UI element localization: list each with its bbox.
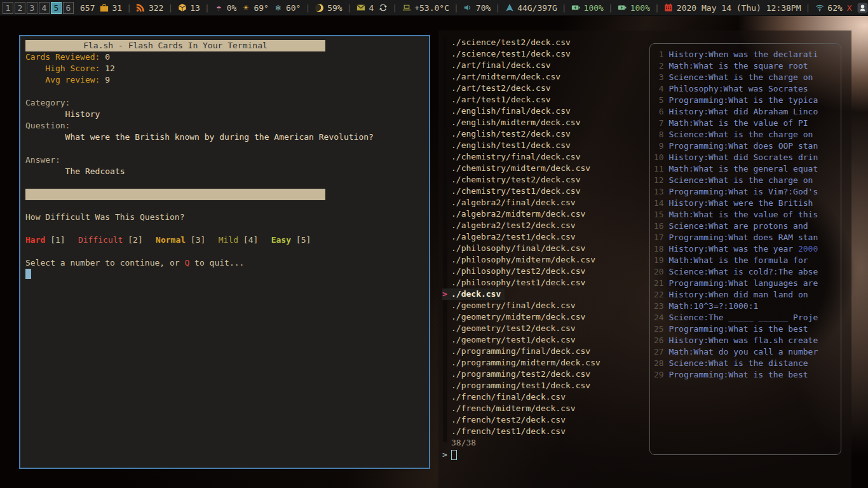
difficulty-option-mild[interactable]: Mild [4] [219, 234, 259, 246]
workspace-button-1[interactable]: 1 [3, 2, 13, 14]
file-row[interactable]: ./algebra2/test2/deck.csv [442, 220, 600, 231]
status-text: 70% [476, 3, 491, 13]
selection-pointer: > [442, 288, 451, 300]
file-row[interactable]: ./geometry/final/deck.csv [442, 300, 600, 311]
file-row[interactable]: ./programming/midterm/deck.csv [442, 357, 600, 369]
preview-line: 6History:What did Abraham Linco [654, 106, 837, 118]
file-row[interactable]: ./philosophy/test2/deck.csv [442, 266, 600, 277]
file-name: ./programming/midterm/deck.csv [451, 357, 600, 369]
file-row[interactable]: ./french/midterm/deck.csv [442, 403, 600, 414]
stat-row: Cards Reviewed:0 [25, 51, 424, 63]
file-row[interactable]: ./art/midterm/deck.csv [442, 71, 600, 83]
flashcard-title: Fla.sh - Flash Cards In Your Terminal [25, 40, 325, 51]
file-name: ./geometry/midterm/deck.csv [451, 311, 585, 323]
status-text: 100% [584, 3, 604, 13]
file-name: ./philosophy/midterm/deck.csv [451, 254, 595, 266]
file-row[interactable]: ./algebra2/test1/deck.csv [442, 231, 600, 243]
preview-line-text: Math:What is the value of PI [668, 118, 808, 129]
snowflake-icon: ❄ [273, 3, 283, 13]
preview-line-text: Science:The _____ ______ Proje [668, 312, 818, 323]
file-row[interactable]: ./chemistry/test1/deck.csv [442, 186, 600, 197]
preview-line: 21Programming:What languages are [654, 278, 837, 289]
file-row[interactable]: ./art/final/deck.csv [442, 60, 600, 71]
preview-line-number: 19 [654, 255, 664, 266]
file-row[interactable]: ./english/final/deck.csv [442, 105, 600, 117]
rss-icon [136, 3, 146, 13]
preview-line-text: Programming:What is the best [668, 323, 808, 335]
question-value: What were the British known by during th… [25, 132, 424, 143]
workspace-button-2[interactable]: 2 [15, 2, 25, 14]
file-row[interactable]: ./chemistry/midterm/deck.csv [442, 163, 600, 174]
status-segment: 44G/397G [505, 3, 557, 13]
file-row[interactable]: ./philosophy/final/deck.csv [442, 243, 600, 254]
stat-row: High Score:12 [25, 63, 424, 74]
file-row[interactable]: ./english/test2/deck.csv [442, 128, 600, 140]
workspace-button-6[interactable]: 6 [63, 2, 74, 14]
difficulty-option-difficult[interactable]: Difficult [2] [78, 234, 143, 246]
workspace-button-5[interactable]: 5 [51, 2, 62, 14]
file-name: ./philosophy/test1/deck.csv [451, 277, 585, 288]
file-name: ./english/test2/deck.csv [451, 128, 571, 140]
preview-line: 19Math:What is the formula for [654, 255, 837, 266]
status-segment: 65731 [80, 3, 122, 13]
file-name: ./chemistry/test1/deck.csv [451, 186, 581, 197]
selection-pointer [442, 346, 451, 357]
file-name: ./chemistry/midterm/deck.csv [451, 163, 590, 174]
file-row[interactable]: ./programming/test1/deck.csv [442, 380, 600, 391]
file-row[interactable]: ./algebra2/final/deck.csv [442, 197, 600, 208]
match-counter: 38/38 [451, 437, 600, 449]
preview-line: 26History:When was fla.sh create [654, 335, 837, 346]
status-items: 65731|322|13|☂0%☀69°❄60°|59%|4|+53.0°C|7… [80, 3, 852, 13]
file-row[interactable]: ./french/test1/deck.csv [442, 426, 600, 437]
preview-line: 29Programming:What is the best [654, 369, 837, 381]
category-label: Category: [25, 97, 424, 109]
difficulty-option-easy[interactable]: Easy [5] [271, 234, 311, 246]
file-row[interactable]: ./philosophy/midterm/deck.csv [442, 254, 600, 266]
file-name: ./geometry/test2/deck.csv [451, 323, 576, 334]
file-row[interactable]: ./art/test2/deck.csv [442, 83, 600, 94]
preview-line-number: 12 [654, 175, 664, 186]
file-row[interactable]: ./programming/final/deck.csv [442, 346, 600, 357]
selection-pointer [442, 186, 451, 197]
selection-pointer [442, 277, 451, 288]
status-segment: 2020 May 14 (Thu) 12:38PM [664, 3, 801, 13]
file-row[interactable]: ./algebra2/midterm/deck.csv [442, 208, 600, 220]
file-row[interactable]: ./science/test1/deck.csv [442, 48, 600, 60]
file-name: ./philosophy/final/deck.csv [451, 243, 585, 254]
file-row[interactable]: ./english/midterm/deck.csv [442, 117, 600, 128]
file-row[interactable]: ./geometry/test1/deck.csv [442, 334, 600, 346]
tray-display-icon[interactable] [857, 3, 868, 13]
file-row[interactable]: ./french/final/deck.csv [442, 391, 600, 403]
preview-line-text: Programming:What does OOP stan [668, 140, 818, 152]
status-segment: ☂0%☀69°❄60° [214, 3, 301, 13]
file-row[interactable]: ./chemistry/test2/deck.csv [442, 174, 600, 186]
workspace-button-3[interactable]: 3 [27, 2, 37, 14]
file-name: ./geometry/final/deck.csv [451, 300, 576, 311]
difficulty-option-normal[interactable]: Normal [3] [156, 234, 205, 246]
file-name: ./french/midterm/deck.csv [451, 403, 576, 414]
file-name: ./algebra2/test2/deck.csv [451, 220, 576, 231]
workspace-button-4[interactable]: 4 [39, 2, 50, 14]
file-name: ./art/test1/deck.csv [451, 94, 551, 105]
file-row[interactable]: ./chemistry/final/deck.csv [442, 151, 600, 163]
file-row-selected[interactable]: >./deck.csv [442, 288, 600, 300]
search-prompt[interactable]: > [442, 449, 600, 461]
file-name: ./deck.csv [451, 288, 505, 300]
preview-line-number: 5 [654, 95, 664, 106]
difficulty-option-hard[interactable]: Hard [1] [25, 234, 65, 246]
file-row[interactable]: ./geometry/test2/deck.csv [442, 323, 600, 334]
preview-line: 9Programming:What does OOP stan [654, 140, 837, 152]
file-name: ./algebra2/final/deck.csv [451, 197, 576, 208]
file-row[interactable]: ./programming/test2/deck.csv [442, 369, 600, 380]
preview-line: 11Math:What is the general equat [654, 163, 837, 175]
file-row[interactable]: ./art/test1/deck.csv [442, 94, 600, 105]
arch-icon [505, 3, 514, 13]
preview-line: 10History:What did Socrates drin [654, 152, 837, 163]
file-row[interactable]: ./philosophy/test1/deck.csv [442, 277, 600, 288]
file-row[interactable]: ./science/test2/deck.csv [442, 37, 600, 48]
selection-pointer [442, 117, 451, 128]
file-row[interactable]: ./english/test1/deck.csv [442, 140, 600, 151]
file-row[interactable]: ./french/test2/deck.csv [442, 414, 600, 426]
file-row[interactable]: ./geometry/midterm/deck.csv [442, 311, 600, 323]
status-text: 69° [254, 3, 268, 13]
